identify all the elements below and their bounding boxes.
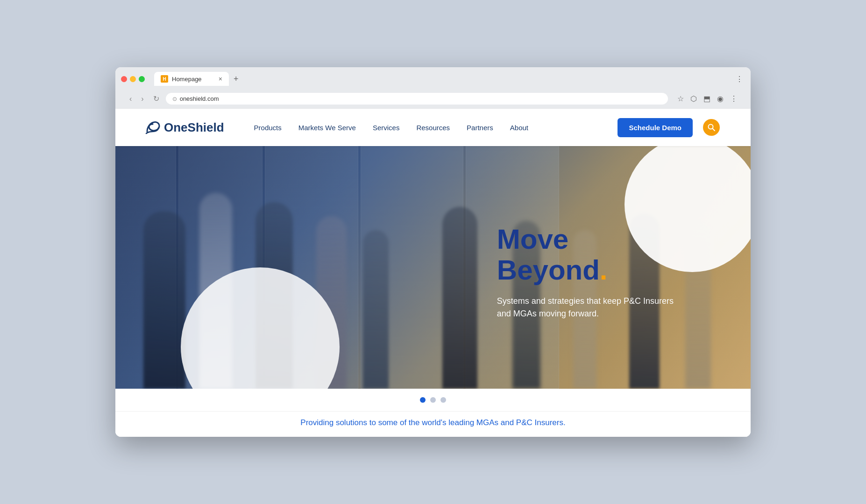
hero-headline: Move Beyond.: [497, 224, 674, 286]
browser-controls: H Homepage × + ⋮: [121, 72, 745, 86]
site-header: OneShield Products Markets We Serve Serv…: [115, 109, 751, 146]
active-tab[interactable]: H Homepage ×: [154, 72, 229, 86]
website-content: OneShield Products Markets We Serve Serv…: [115, 109, 751, 437]
logo-icon: [143, 119, 161, 136]
minimize-window-button[interactable]: [130, 76, 136, 82]
address-bar[interactable]: ⊙ oneshield.com: [166, 93, 668, 105]
tab-title: Homepage: [172, 76, 202, 83]
slide-dot-1[interactable]: [420, 397, 426, 403]
browser-actions: ☆ ⬡ ⬒ ◉ ⋮: [675, 92, 739, 105]
tab-bar: H Homepage × +: [154, 72, 242, 86]
tagline-text: Providing solutions to some of the world…: [115, 418, 751, 427]
nav-resources[interactable]: Resources: [410, 120, 456, 135]
nav-markets[interactable]: Markets We Serve: [292, 120, 362, 135]
tagline-bar: Providing solutions to some of the world…: [115, 411, 751, 437]
hero-section: Move Beyond. Systems and strategies that…: [115, 146, 751, 389]
hero-headline-line1: Move: [497, 224, 568, 255]
forward-button[interactable]: ›: [138, 93, 146, 105]
close-window-button[interactable]: [121, 76, 127, 82]
bookmark-button[interactable]: ☆: [675, 92, 686, 105]
nav-about[interactable]: About: [504, 120, 535, 135]
header-actions: Schedule Demo: [618, 116, 723, 139]
schedule-demo-button[interactable]: Schedule Demo: [618, 118, 693, 137]
url-text: oneshield.com: [180, 95, 219, 102]
address-bar-row: ‹ › ↻ ⊙ oneshield.com ☆ ⬡ ⬒ ◉ ⋮: [121, 90, 745, 109]
new-tab-button[interactable]: +: [230, 72, 242, 86]
nav-services[interactable]: Services: [366, 120, 406, 135]
slide-indicators: [115, 389, 751, 411]
slide-dot-3[interactable]: [440, 397, 446, 403]
security-icon: ⊙: [172, 96, 177, 102]
cast-button[interactable]: ⬒: [702, 92, 712, 105]
browser-chrome: H Homepage × + ⋮ ‹ › ↻ ⊙ oneshield.com ☆…: [115, 67, 751, 109]
traffic-lights: [121, 76, 145, 82]
maximize-window-button[interactable]: [139, 76, 145, 82]
hero-subtext: Systems and strategies that keep P&C Ins…: [497, 295, 674, 320]
nav-partners[interactable]: Partners: [460, 120, 500, 135]
browser-menu-button[interactable]: ⋮: [734, 73, 745, 85]
hero-content: Move Beyond. Systems and strategies that…: [497, 224, 674, 320]
logo-link[interactable]: OneShield: [143, 119, 224, 136]
back-button[interactable]: ‹: [127, 93, 135, 105]
tab-favicon: H: [161, 75, 168, 83]
svg-line-1: [713, 129, 715, 131]
slide-dot-2[interactable]: [430, 397, 436, 403]
main-nav: Products Markets We Serve Services Resou…: [248, 120, 618, 135]
browser-window: H Homepage × + ⋮ ‹ › ↻ ⊙ oneshield.com ☆…: [115, 67, 751, 437]
nav-products[interactable]: Products: [248, 120, 288, 135]
more-options-button[interactable]: ⋮: [728, 92, 739, 105]
logo-text: OneShield: [164, 120, 224, 135]
profile-button[interactable]: ◉: [715, 92, 725, 105]
hero-headline-line2: Beyond: [497, 254, 600, 286]
search-icon: [703, 119, 720, 136]
tab-close-button[interactable]: ×: [219, 75, 222, 83]
hero-headline-period: .: [600, 254, 608, 286]
search-button[interactable]: [700, 116, 723, 139]
refresh-button[interactable]: ↻: [150, 93, 162, 105]
extensions-button[interactable]: ⬡: [689, 92, 699, 105]
